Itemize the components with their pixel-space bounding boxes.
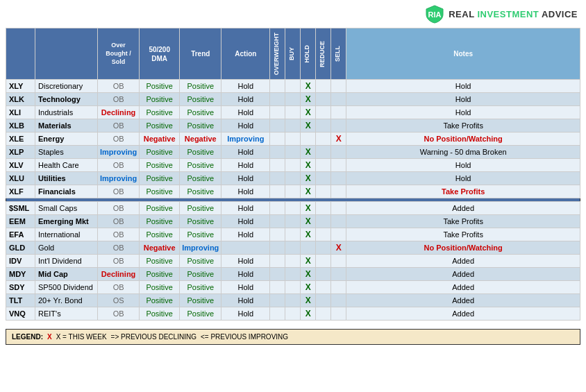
cell-name: Materials [35,119,98,133]
cell-overweight [270,93,285,106]
table-row: XLBMaterialsOBPositivePositiveHoldXTake … [6,119,580,133]
cell-ticker: EEM [6,215,35,228]
cell-sell [331,119,346,133]
cell-reduce [316,294,331,307]
cell-ticker: $SML [6,202,35,215]
cell-reduce [316,281,331,294]
cell-ob: OB [98,159,140,172]
cell-notes: Hold [346,80,580,93]
cell-ticker: XLP [6,146,35,159]
cell-sell [331,106,346,119]
cell-ob: OB [98,281,140,294]
svg-text:RIA: RIA [428,10,442,19]
cell-hold: X [301,93,316,106]
cell-ob: Improving [98,172,140,185]
table-row: VNQREIT'sOBPositivePositiveHoldXAdded [6,307,580,321]
cell-hold: X [301,307,316,321]
cell-buy [285,228,301,241]
cell-reduce [316,268,331,281]
cell-hold: X [301,281,316,294]
cell-ob: Declining [98,106,140,119]
cell-notes: Warning - 50 dma Broken [346,146,580,159]
cell-name: Health Care [35,159,98,172]
cell-sell [331,202,346,215]
cell-notes: Take Profits [346,228,580,241]
cell-name: Small Caps [35,202,98,215]
cell-ticker: GLD [6,241,35,255]
table-row: XLUUtilitiesImprovingPositivePositiveHol… [6,172,580,185]
table-row: XLKTechnologyOBPositivePositiveHoldXHold [6,93,580,106]
cell-buy [285,202,301,215]
cell-hold: X [301,268,316,281]
cell-dma: Positive [140,228,180,241]
cell-action [221,241,270,255]
cell-hold: X [301,202,316,215]
cell-action: Hold [221,228,270,241]
cell-ticker: XLY [6,80,35,93]
cell-notes: Hold [346,159,580,172]
cell-ob: Improving [98,146,140,159]
cell-action: Hold [221,172,270,185]
cell-trend: Positive [180,146,221,159]
table-row: XLVHealth CareOBPositivePositiveHoldXHol… [6,159,580,172]
cell-notes: Take Profits [346,185,580,198]
main-table: OverBought /Sold 50/200DMA Trend Action … [6,28,580,321]
table-body: XLYDiscretionaryOBPositivePositiveHoldXH… [6,80,580,321]
cell-buy [285,159,301,172]
cell-buy [285,146,301,159]
cell-reduce [316,255,331,268]
cell-dma: Positive [140,307,180,321]
cell-notes: Added [346,294,580,307]
cell-name: Financials [35,185,98,198]
cell-dma: Positive [140,255,180,268]
cell-trend: Positive [180,294,221,307]
cell-ob: OB [98,307,140,321]
cell-hold: X [301,146,316,159]
cell-overweight [270,119,285,133]
cell-ticker: XLB [6,119,35,133]
cell-dma: Positive [140,215,180,228]
cell-hold [301,133,316,146]
cell-buy [285,294,301,307]
cell-dma: Positive [140,80,180,93]
cell-ticker: EFA [6,228,35,241]
cell-buy [285,106,301,119]
cell-hold: X [301,228,316,241]
cell-buy [285,307,301,321]
cell-action: Hold [221,307,270,321]
table-header-row: OverBought /Sold 50/200DMA Trend Action … [6,28,580,80]
cell-buy [285,133,301,146]
cell-reduce [316,228,331,241]
cell-ob: Declining [98,268,140,281]
table-row: XLEEnergyOBNegativeNegativeImprovingXNo … [6,133,580,146]
col-header-ticker [6,28,35,80]
cell-overweight [270,215,285,228]
cell-name: Gold [35,241,98,255]
cell-sell [331,294,346,307]
cell-dma: Positive [140,185,180,198]
cell-dma: Positive [140,268,180,281]
table-row: XLFFinancialsOBPositivePositiveHoldXTake… [6,185,580,198]
table-row: XLYDiscretionaryOBPositivePositiveHoldXH… [6,80,580,93]
cell-hold [301,241,316,255]
cell-overweight [270,172,285,185]
cell-hold: X [301,215,316,228]
cell-notes: Hold [346,106,580,119]
cell-hold: X [301,294,316,307]
cell-action: Improving [221,133,270,146]
cell-reduce [316,215,331,228]
cell-hold: X [301,185,316,198]
cell-notes: Added [346,255,580,268]
cell-ticker: VNQ [6,307,35,321]
cell-hold: X [301,172,316,185]
cell-hold: X [301,255,316,268]
cell-trend: Positive [180,268,221,281]
cell-action: Hold [221,185,270,198]
cell-reduce [316,172,331,185]
cell-trend: Positive [180,80,221,93]
table-row: EFAInternationalOBPositivePositiveHoldXT… [6,228,580,241]
cell-reduce [316,159,331,172]
cell-ob: OS [98,294,140,307]
cell-name: Staples [35,146,98,159]
table-row: TLT20+ Yr. BondOSPositivePositiveHoldXAd… [6,294,580,307]
